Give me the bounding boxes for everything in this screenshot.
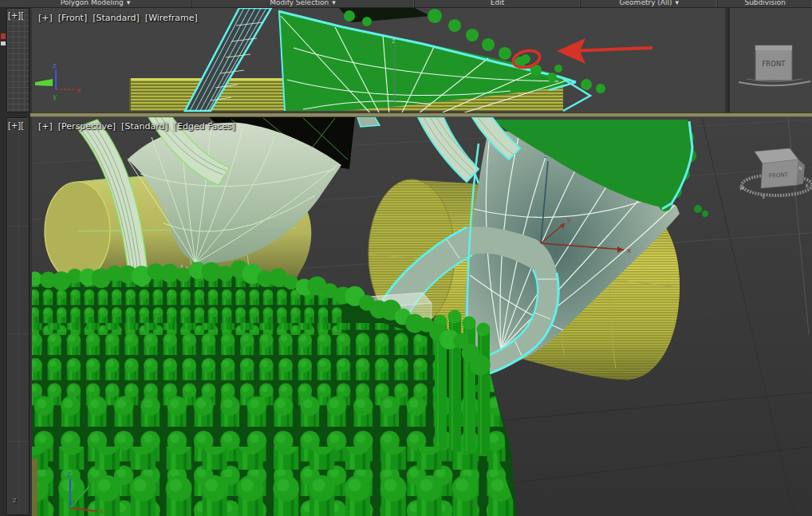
view-cube-perspective[interactable]: FRONT W S E N xyxy=(739,148,812,199)
svg-text:E: E xyxy=(806,183,809,188)
viewport-menu-shading[interactable]: [Edged Faces] xyxy=(174,121,235,132)
view-cube-front[interactable]: FRONT xyxy=(739,45,810,85)
svg-text:y: y xyxy=(53,93,57,100)
svg-text:S: S xyxy=(762,194,765,199)
svg-text:x: x xyxy=(77,86,81,94)
3dsmax-window: Polygon Modeling▾ Modify Selection▾ Edit… xyxy=(0,0,812,516)
left-edge-column xyxy=(0,7,6,516)
ribbon-panel-label: Geometry (All) xyxy=(620,0,672,6)
svg-text:z: z xyxy=(392,37,396,45)
scene-green-fragment xyxy=(35,79,53,86)
viewport-menu-general[interactable]: [+] xyxy=(38,121,53,132)
ribbon-panel-label: Edit xyxy=(491,0,504,6)
chevron-down-icon: ▾ xyxy=(676,0,680,6)
scene-canvas: z z x y FRONT xyxy=(0,0,812,516)
strip-axis-z: z xyxy=(13,496,37,504)
svg-text:FRONT: FRONT xyxy=(769,171,789,179)
edge-marker-white xyxy=(1,41,6,45)
grass-band-mid xyxy=(32,323,447,407)
grass-ball xyxy=(470,355,491,376)
svg-text:FRONT: FRONT xyxy=(762,60,786,68)
ribbon-panel-edit[interactable]: Edit xyxy=(415,0,581,7)
grass-ball xyxy=(160,264,179,283)
svg-text:x: x xyxy=(100,507,104,515)
edge-post xyxy=(32,459,37,516)
svg-text:z: z xyxy=(544,152,548,160)
viewport-menu-standard[interactable]: [Standard] xyxy=(121,121,168,132)
ribbon-panel-geometry-all[interactable]: Geometry (All)▾ xyxy=(581,0,718,7)
svg-text:x: x xyxy=(627,246,632,254)
ribbon-panel-label: Modify Selection xyxy=(270,0,329,6)
grass-ball xyxy=(176,267,191,282)
viewport-menu-standard[interactable]: [Standard] xyxy=(93,13,140,23)
annotation xyxy=(511,38,652,70)
viewport-menu-shading[interactable]: [Wireframe] xyxy=(145,13,198,23)
viewport-menu-pov[interactable]: [Perspective] xyxy=(58,121,116,132)
ribbon-bar: Polygon Modeling▾ Modify Selection▾ Edit… xyxy=(0,0,812,8)
ribbon-panel-modify-selection[interactable]: Modify Selection▾ xyxy=(191,0,415,7)
ribbon-panel-polygon-modeling[interactable]: Polygon Modeling▾ xyxy=(0,0,191,7)
svg-text:N: N xyxy=(798,165,802,171)
ribbon-panel-label: Subdivision xyxy=(744,0,786,6)
svg-text:z: z xyxy=(67,470,71,478)
perspective-viewport-label: [+] [Perspective] [Standard] [Edged Face… xyxy=(38,121,235,132)
svg-text:W: W xyxy=(739,185,744,191)
mini-viewport-top-label[interactable]: [+][ xyxy=(8,11,32,20)
chevron-down-icon: ▾ xyxy=(332,0,336,6)
viewport-menu-pov[interactable]: [Front] xyxy=(58,13,87,23)
mini-viewport-bottom[interactable] xyxy=(6,117,30,515)
ribbon-panel-subdivision[interactable]: Subdivision xyxy=(718,0,812,7)
mini-viewport-top[interactable] xyxy=(6,8,30,112)
front-viewport-label: [+] [Front] [Standard] [Wireframe] xyxy=(38,13,198,23)
viewport-menu-general[interactable]: [+] xyxy=(38,13,53,23)
mini-viewport-bottom-label[interactable]: [+][ xyxy=(8,121,32,130)
grass-band-front xyxy=(32,447,518,516)
viewport-splitter[interactable] xyxy=(30,112,812,117)
chevron-down-icon: ▾ xyxy=(127,0,131,6)
ribbon-panel-label: Polygon Modeling xyxy=(61,0,124,6)
world-axis-front: z x y xyxy=(35,61,81,100)
svg-text:y: y xyxy=(567,215,572,223)
edge-marker-red xyxy=(1,33,6,39)
svg-text:z: z xyxy=(53,61,57,69)
